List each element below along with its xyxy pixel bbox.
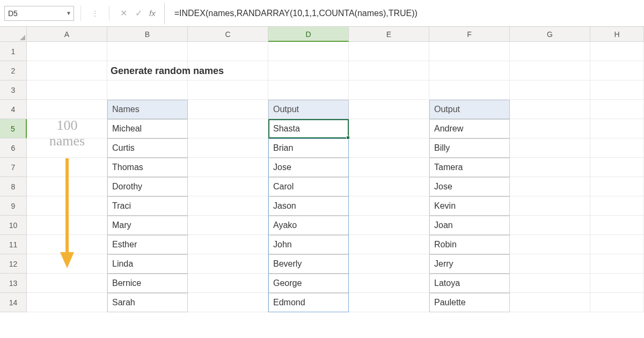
names-cell[interactable]: Thomas — [107, 158, 188, 177]
formula-input[interactable]: =INDEX(names,RANDARRAY(10,1,1,COUNTA(nam… — [170, 9, 644, 18]
output1-cell[interactable]: Brian — [268, 138, 349, 158]
annotation-line2: names — [27, 134, 107, 149]
annotation-line1: 100 — [27, 118, 107, 134]
row-headers: 1 2 3 4 5 6 7 8 9 10 11 12 13 14 — [0, 42, 27, 312]
name-box-dropdown-icon[interactable]: ▼ — [64, 6, 74, 20]
row-header-6[interactable]: 6 — [0, 138, 27, 158]
names-cell[interactable]: Dorothy — [107, 177, 188, 196]
row-header-11[interactable]: 11 — [0, 235, 27, 254]
output2-cell[interactable]: Joan — [429, 216, 510, 235]
col-header-G[interactable]: G — [510, 27, 590, 42]
names-cell[interactable]: Bernice — [107, 274, 188, 293]
row-header-4[interactable]: 4 — [0, 100, 27, 119]
names-cell[interactable]: Traci — [107, 196, 188, 216]
output2-cell[interactable]: Robin — [429, 235, 510, 254]
title-cell[interactable]: Generate random names — [107, 61, 188, 80]
row-header-8[interactable]: 8 — [0, 177, 27, 196]
cancel-icon[interactable]: ✕ — [116, 6, 131, 21]
output2-cell[interactable]: Jerry — [429, 254, 510, 274]
down-arrow-icon — [54, 158, 80, 273]
row-header-9[interactable]: 9 — [0, 196, 27, 216]
names-cell[interactable]: Linda — [107, 254, 188, 274]
row-header-2[interactable]: 2 — [0, 61, 27, 80]
names-cell[interactable]: Esther — [107, 235, 188, 254]
output2-cell[interactable]: Billy — [429, 138, 510, 158]
row-header-5[interactable]: 5 — [0, 119, 27, 138]
row-header-12[interactable]: 12 — [0, 254, 27, 274]
output1-cell[interactable]: Jose — [268, 158, 349, 177]
row-header-14[interactable]: 14 — [0, 293, 27, 312]
col-header-A[interactable]: A — [27, 27, 107, 42]
column-headers: A B C D E F G H — [27, 27, 644, 42]
annotation-text: 100 names — [27, 118, 107, 149]
output2-header[interactable]: Output — [429, 100, 510, 119]
row-header-1[interactable]: 1 — [0, 42, 27, 61]
svg-marker-1 — [60, 252, 74, 268]
row-header-3[interactable]: 3 — [0, 80, 27, 100]
row-header-7[interactable]: 7 — [0, 158, 27, 177]
col-header-F[interactable]: F — [429, 27, 510, 42]
output1-cell[interactable]: Ayako — [268, 216, 349, 235]
row-header-10[interactable]: 10 — [0, 216, 27, 235]
output2-cell[interactable]: Tamera — [429, 158, 510, 177]
output1-cell[interactable]: Shasta — [268, 119, 349, 138]
name-box[interactable]: D5 ▼ — [4, 6, 74, 21]
col-header-E[interactable]: E — [349, 27, 429, 42]
fx-icon[interactable]: fx — [146, 9, 159, 18]
output2-cell[interactable]: Paulette — [429, 293, 510, 312]
output1-header[interactable]: Output — [268, 100, 349, 119]
output1-cell[interactable]: George — [268, 274, 349, 293]
names-column: Names Micheal Curtis Thomas Dorothy Trac… — [107, 100, 188, 312]
names-cell[interactable]: Mary — [107, 216, 188, 235]
output1-cell[interactable]: John — [268, 235, 349, 254]
spreadsheet-grid: A B C D E F G H 1 2 3 4 5 6 7 8 9 10 11 … — [0, 27, 644, 338]
output2-cell[interactable]: Latoya — [429, 274, 510, 293]
output1-cell[interactable]: Carol — [268, 177, 349, 196]
col-header-C[interactable]: C — [188, 27, 268, 42]
col-header-B[interactable]: B — [107, 27, 188, 42]
output2-cell[interactable]: Andrew — [429, 119, 510, 138]
output1-column: Output Shasta Brian Jose Carol Jason Aya… — [268, 100, 349, 312]
formula-bar: D5 ▼ ⋮ ✕ ✓ fx =INDEX(names,RANDARRAY(10,… — [0, 0, 644, 27]
output2-cell[interactable]: Kevin — [429, 196, 510, 216]
output1-cell[interactable]: Edmond — [268, 293, 349, 312]
names-cell[interactable]: Curtis — [107, 138, 188, 158]
names-cell[interactable]: Sarah — [107, 293, 188, 312]
row-header-13[interactable]: 13 — [0, 274, 27, 293]
enter-icon[interactable]: ✓ — [131, 6, 146, 21]
col-header-H[interactable]: H — [590, 27, 644, 42]
output2-cell[interactable]: Jose — [429, 177, 510, 196]
names-cell[interactable]: Micheal — [107, 119, 188, 138]
output1-cell[interactable]: Jason — [268, 196, 349, 216]
output1-cell[interactable]: Beverly — [268, 254, 349, 274]
dots-icon: ⋮ — [87, 6, 103, 21]
output2-column: Output Andrew Billy Tamera Jose Kevin Jo… — [429, 100, 510, 312]
names-header[interactable]: Names — [107, 100, 188, 119]
col-header-D[interactable]: D — [268, 27, 349, 42]
select-all-corner[interactable] — [0, 27, 27, 42]
name-box-value: D5 — [5, 9, 64, 18]
